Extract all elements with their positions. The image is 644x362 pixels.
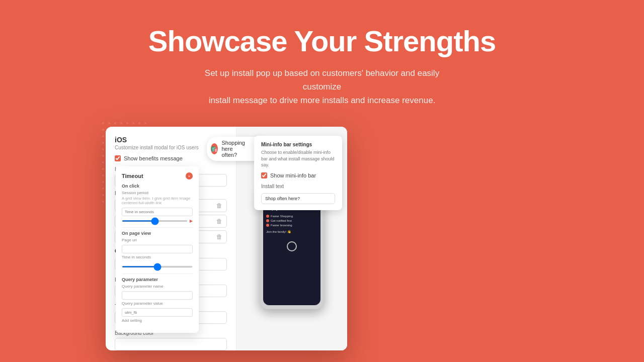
phone-benefit-text-2: Get notified first [271, 219, 292, 222]
hero-section: Showcase Your Strengths Set up install p… [0, 0, 644, 107]
bg-color-input[interactable] [115, 338, 227, 350]
page-view-slider[interactable] [122, 266, 193, 267]
show-benefits-label: Show benefits message [124, 155, 183, 161]
svg-point-8 [102, 129, 104, 131]
query-param-name-label: Query parameter name [122, 284, 193, 289]
session-period-label: Session period [122, 191, 193, 195]
show-mini-info-label: Show mini-info bar [270, 172, 316, 178]
phone-benefit-1: Faster Shopping [266, 215, 317, 218]
section-divider-2 [122, 274, 193, 274]
svg-point-24 [102, 142, 104, 144]
time-in-seconds-input[interactable] [122, 208, 193, 216]
on-click-title: On click [122, 184, 193, 189]
install-text-input[interactable] [261, 193, 335, 204]
svg-point-40 [102, 155, 104, 157]
svg-point-64 [102, 174, 104, 176]
timeout-query-param-section: Query parameter Query parameter name Que… [122, 277, 193, 323]
svg-point-80 [102, 188, 104, 190]
hero-title: Showcase Your Strengths [0, 25, 644, 57]
phone-benefit-text-3: Faster browsing [271, 224, 292, 227]
svg-point-96 [102, 201, 104, 203]
svg-point-88 [102, 194, 104, 196]
query-param-title: Query parameter [122, 277, 193, 282]
phone-home-button[interactable] [287, 241, 297, 251]
query-param-value-label: Query parameter value [122, 301, 193, 306]
phone-benefit-3: Faster browsing [266, 224, 317, 227]
query-param-name-input[interactable] [122, 291, 193, 300]
phone-dot-2 [266, 219, 269, 222]
query-param-value-input[interactable] [122, 308, 193, 317]
benefit-delete-3[interactable]: 🗑 [216, 233, 222, 240]
svg-point-6 [138, 122, 140, 124]
timeout-on-page-view-section: On page view Page url Time in seconds [122, 231, 193, 269]
section-divider-1 [122, 227, 193, 228]
svg-point-72 [102, 181, 104, 183]
phone-dot-1 [266, 215, 269, 218]
svg-point-0 [102, 122, 104, 124]
timeout-panel: Timeout × On click Session period A grid… [116, 166, 199, 333]
phone-benefit-text-1: Faster Shopping [271, 215, 293, 218]
mini-info-bar-settings: Mini-info bar settings Choose to enable/… [254, 136, 342, 210]
phone-dot-3 [266, 224, 269, 227]
timeout-on-click-section: On click Session period A grid view item… [122, 184, 193, 223]
show-benefits-checkbox[interactable] [115, 155, 121, 161]
svg-point-3 [120, 122, 122, 124]
on-page-view-title: On page view [122, 231, 193, 236]
install-text-label: Install text [261, 184, 335, 189]
mini-info-description: Choose to enable/disable mini-info bar a… [261, 149, 335, 168]
timeout-title: Timeout [122, 173, 143, 179]
svg-point-32 [102, 148, 104, 150]
svg-point-56 [102, 168, 104, 170]
svg-point-1 [108, 122, 110, 124]
svg-point-48 [102, 161, 104, 163]
svg-point-16 [102, 135, 104, 137]
mini-info-title: Mini-info bar settings [261, 142, 335, 147]
range-value: ▶ [190, 219, 193, 223]
benefit-delete-2[interactable]: 🗑 [216, 218, 222, 225]
page-url-input[interactable] [122, 245, 193, 253]
timeout-close-button[interactable]: × [186, 172, 193, 179]
shopping-icon: 🛍️ [211, 143, 218, 154]
svg-point-7 [144, 122, 146, 124]
svg-point-5 [132, 122, 134, 124]
time-seconds-label: Time in seconds [122, 255, 193, 259]
shopping-text: Shopping here often? [222, 140, 250, 158]
page-url-label: Page url [122, 238, 193, 242]
time-slider[interactable] [122, 220, 188, 222]
phone-cta-text: Join the family! 👋 [266, 230, 317, 233]
timeout-panel-header: Timeout × [122, 172, 193, 179]
show-mini-info-row[interactable]: Show mini-info bar [261, 172, 335, 178]
svg-point-4 [126, 122, 128, 124]
phone-preview-panel: 🛍️ Shopping here often? ✕ Why to install… [236, 127, 347, 350]
phone-benefit-2: Get notified first [266, 219, 317, 222]
description-text: A grid view item. I give grid item image… [122, 196, 193, 205]
benefit-delete-1[interactable]: 🗑 [216, 202, 222, 209]
svg-point-2 [114, 122, 116, 124]
show-mini-info-checkbox[interactable] [261, 172, 267, 178]
hero-subtitle: Set up install pop up based on customers… [191, 66, 453, 108]
add-setting-label: Add setting [122, 318, 193, 323]
